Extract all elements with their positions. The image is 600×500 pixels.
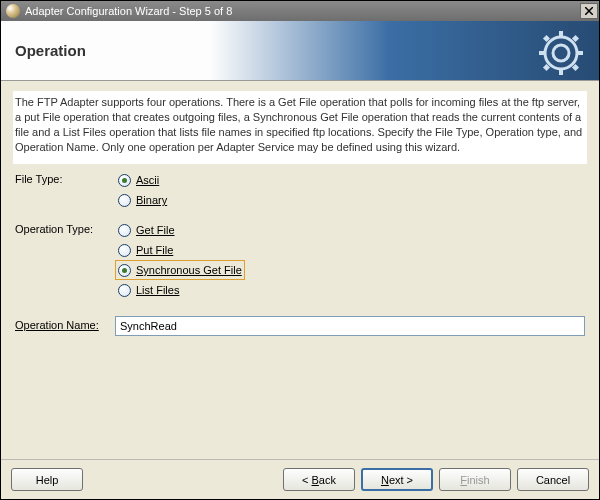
radio-icon [118, 224, 131, 237]
operation-type-label: Operation Type: [15, 220, 115, 235]
radio-listfiles-label: List Files [136, 284, 179, 296]
radio-icon [118, 264, 131, 277]
operation-name-label: Operation Name: [15, 316, 115, 331]
next-button[interactable]: Next > [361, 468, 433, 491]
file-type-label: File Type: [15, 170, 115, 185]
wizard-window: Adapter Configuration Wizard - Step 5 of… [0, 0, 600, 500]
radio-icon [118, 284, 131, 297]
page-title: Operation [15, 42, 86, 59]
radio-binary-label: Binary [136, 194, 167, 206]
radio-binary[interactable]: Binary [115, 190, 170, 210]
svg-rect-6 [539, 51, 545, 55]
svg-point-3 [545, 37, 577, 69]
gear-icon [537, 29, 585, 79]
radio-putfile-label: Put File [136, 244, 173, 256]
svg-rect-5 [559, 69, 563, 75]
operation-name-input[interactable] [115, 316, 585, 336]
radio-put-file[interactable]: Put File [115, 240, 245, 260]
app-icon [6, 4, 20, 18]
radio-ascii[interactable]: Ascii [115, 170, 170, 190]
radio-syncgetfile-label: Synchronous Get File [136, 264, 242, 276]
svg-rect-7 [577, 51, 583, 55]
close-icon[interactable] [580, 3, 598, 19]
svg-rect-4 [559, 31, 563, 37]
form: File Type: Ascii Binary Operation Type: [13, 164, 587, 346]
window-title: Adapter Configuration Wizard - Step 5 of… [25, 5, 580, 17]
radio-icon [118, 174, 131, 187]
radio-getfile-label: Get File [136, 224, 175, 236]
radio-sync-get-file[interactable]: Synchronous Get File [115, 260, 245, 280]
radio-ascii-label: Ascii [136, 174, 159, 186]
operation-name-row: Operation Name: [15, 316, 585, 336]
instructions-text: The FTP Adapter supports four operations… [13, 91, 587, 164]
banner: Operation [1, 21, 599, 81]
radio-icon [118, 244, 131, 257]
svg-point-2 [553, 45, 569, 61]
radio-list-files[interactable]: List Files [115, 280, 245, 300]
help-button[interactable]: Help [11, 468, 83, 491]
radio-get-file[interactable]: Get File [115, 220, 245, 240]
file-type-row: File Type: Ascii Binary [15, 170, 585, 210]
operation-type-row: Operation Type: Get File Put File Synchr… [15, 220, 585, 300]
back-button[interactable]: < Back [283, 468, 355, 491]
cancel-button[interactable]: Cancel [517, 468, 589, 491]
content-area: The FTP Adapter supports four operations… [1, 81, 599, 459]
finish-button: Finish [439, 468, 511, 491]
button-bar: Help < Back Next > Finish Cancel [1, 459, 599, 499]
titlebar: Adapter Configuration Wizard - Step 5 of… [1, 1, 599, 21]
radio-icon [118, 194, 131, 207]
